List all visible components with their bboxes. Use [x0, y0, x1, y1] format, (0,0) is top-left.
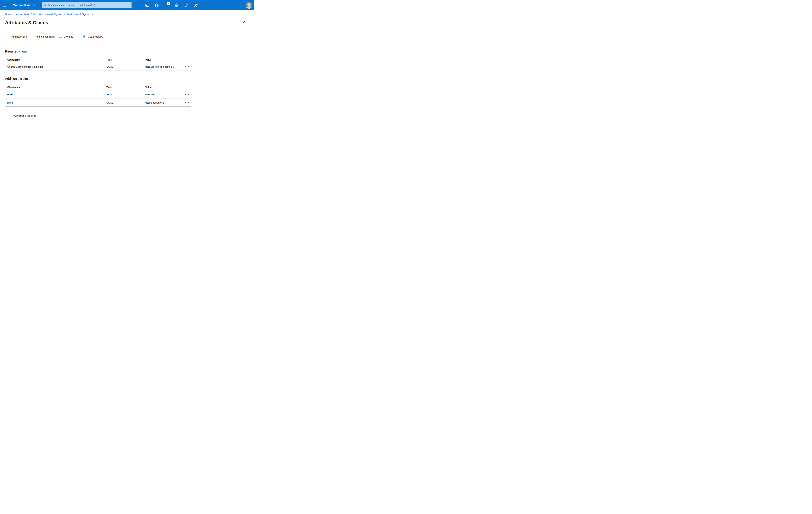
- help-icon[interactable]: ?: [184, 3, 188, 7]
- column-header-claim-name: Claim name: [5, 86, 106, 88]
- breadcrumb-separator-icon: >: [63, 13, 65, 16]
- columns-icon: [59, 35, 62, 38]
- additional-claims-heading: Additional claims: [5, 77, 254, 81]
- column-header-value: Value: [145, 58, 184, 61]
- breadcrumb-separator-icon: >: [92, 13, 93, 16]
- column-header-type: Type: [106, 86, 145, 88]
- table-row[interactable]: email SAML user.mail: [5, 90, 191, 99]
- directory-filter-icon[interactable]: [155, 3, 159, 7]
- row-menu-button[interactable]: [184, 66, 191, 67]
- additional-claims-table: Claim name Type Value email SAML user.ma…: [5, 84, 191, 107]
- claim-type-cell: SAML: [106, 93, 145, 96]
- breadcrumb-separator-icon: >: [13, 13, 14, 16]
- breadcrumb-home[interactable]: Home: [5, 13, 12, 16]
- search-icon: [44, 4, 47, 6]
- breadcrumb-app-sso[interactable]: Azure SAML SSO | SAML-based Sign-on: [16, 13, 62, 16]
- search-input[interactable]: [42, 2, 132, 8]
- toolbar-separator-line: [5, 40, 250, 41]
- notifications-bell-icon[interactable]: 6: [165, 3, 169, 7]
- column-header-type: Type: [106, 58, 145, 61]
- row-menu-button[interactable]: [184, 102, 191, 103]
- table-row[interactable]: Unique User Identifier (Name ID) SAML us…: [5, 63, 191, 71]
- claim-name-cell: email: [5, 93, 106, 96]
- claim-type-cell: SAML: [106, 101, 145, 104]
- header-icon-group: 6 ?: [145, 3, 198, 7]
- claim-value-cell: user.userprincipalname [...: [145, 65, 184, 68]
- azure-top-bar: Microsoft Azure: [0, 0, 254, 10]
- required-claim-heading: Required claim: [5, 49, 254, 53]
- got-feedback-label: Got feedback?: [88, 35, 103, 38]
- global-search: [42, 2, 132, 8]
- page-title: Attributes & Claims: [5, 20, 48, 25]
- table-header-row: Claim name Type Value: [5, 84, 191, 90]
- avatar[interactable]: [245, 2, 252, 9]
- columns-label: Columns: [64, 35, 73, 38]
- command-bar: Add new claim Add a group claim Columns: [5, 34, 254, 40]
- blade-content: Home > Azure SAML SSO | SAML-based Sign-…: [0, 13, 254, 118]
- notification-badge: 6: [167, 2, 170, 5]
- settings-gear-icon[interactable]: [175, 3, 178, 7]
- add-group-claim-label: Add a group claim: [35, 35, 55, 38]
- title-context-menu-icon[interactable]: [55, 23, 59, 25]
- required-claims-table: Claim name Type Value Unique User Identi…: [5, 57, 191, 71]
- breadcrumb-saml-signon[interactable]: SAML-based Sign-on: [66, 13, 90, 16]
- claim-name-cell: Unique User Identifier (Name ID): [5, 65, 106, 68]
- row-menu-button[interactable]: [184, 94, 191, 95]
- columns-button[interactable]: Columns: [59, 35, 73, 38]
- table-row[interactable]: name SAML user.displayname: [5, 99, 191, 107]
- advanced-settings-toggle[interactable]: Advanced settings: [5, 114, 254, 118]
- title-row: Attributes & Claims: [5, 19, 254, 26]
- claim-name-cell: name: [5, 101, 106, 104]
- got-feedback-button[interactable]: Got feedback?: [83, 35, 103, 38]
- plus-icon: [32, 35, 34, 38]
- claim-value-cell: user.mail: [145, 93, 184, 96]
- claim-value-cell: user.displayname: [145, 101, 184, 104]
- cloud-shell-icon[interactable]: [145, 3, 149, 7]
- close-blade-button[interactable]: [242, 20, 246, 24]
- claim-type-cell: SAML: [106, 65, 145, 68]
- plus-icon: [8, 35, 10, 38]
- svg-text:?: ?: [185, 4, 187, 6]
- add-new-claim-label: Add new claim: [11, 35, 27, 38]
- feedback-icon: [83, 35, 86, 38]
- column-header-claim-name: Claim name: [5, 58, 106, 61]
- feedback-person-icon[interactable]: [194, 3, 198, 7]
- add-new-claim-button[interactable]: Add new claim: [8, 35, 27, 38]
- chevron-down-icon: [8, 115, 10, 117]
- column-header-value: Value: [145, 86, 184, 88]
- table-header-row: Claim name Type Value: [5, 57, 191, 63]
- breadcrumb: Home > Azure SAML SSO | SAML-based Sign-…: [5, 13, 254, 16]
- add-group-claim-button[interactable]: Add a group claim: [32, 35, 55, 38]
- close-icon: [243, 20, 246, 23]
- hamburger-menu-icon[interactable]: [3, 4, 6, 6]
- advanced-settings-label: Advanced settings: [14, 114, 36, 117]
- brand-title[interactable]: Microsoft Azure: [13, 3, 35, 7]
